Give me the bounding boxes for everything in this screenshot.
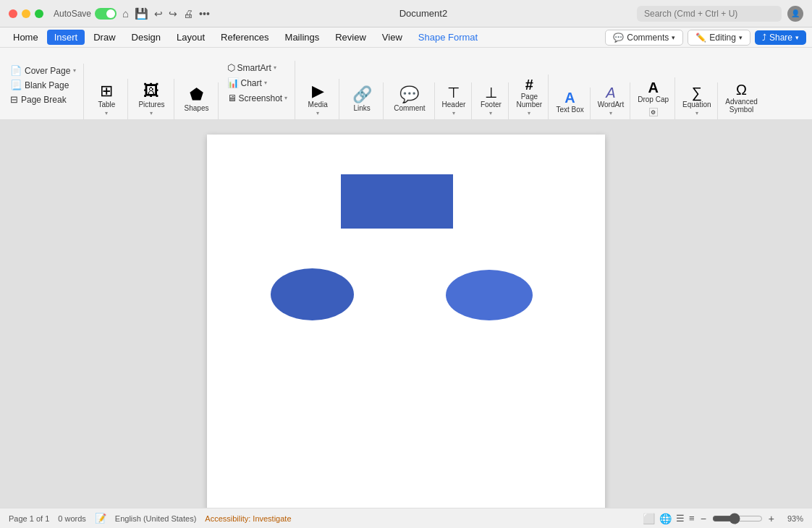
page-number-label: PageNumber bbox=[517, 93, 543, 108]
page-break-label: Page Break bbox=[21, 95, 67, 105]
menubar-item-home[interactable]: Home bbox=[6, 30, 46, 45]
redo-btn[interactable]: ↪ bbox=[169, 8, 177, 20]
share-caret: ▾ bbox=[795, 34, 799, 41]
equation-icon: ∑ bbox=[692, 85, 702, 100]
footer-icon: ⊥ bbox=[485, 85, 497, 100]
media-btn[interactable]: ▶ Media bbox=[301, 79, 334, 113]
search-input[interactable] bbox=[637, 6, 782, 22]
ribbon-group-pictures: 🖼 Pictures ▾ bbox=[130, 79, 174, 119]
document-canvas[interactable] bbox=[207, 135, 605, 508]
screenshot-icon: 🖥 bbox=[227, 93, 237, 103]
undo-btn[interactable]: ↩ bbox=[154, 8, 163, 20]
chart-label: Chart bbox=[241, 78, 262, 88]
web-layout-btn[interactable]: 🌐 bbox=[659, 513, 672, 524]
ribbon-group-equation: ∑ Equation ▾ bbox=[677, 82, 717, 119]
share-label: Share bbox=[769, 33, 792, 43]
shape-ellipse-left[interactable] bbox=[271, 268, 354, 320]
cover-page-btn[interactable]: 📄 Cover Page ▾ bbox=[7, 64, 79, 77]
editing-btn[interactable]: ✏️ Editing ▾ bbox=[688, 30, 750, 46]
screenshot-label: Screenshot bbox=[239, 93, 283, 103]
dropcap-icon: A bbox=[648, 80, 658, 95]
chart-icon: 📊 bbox=[227, 77, 239, 88]
share-btn[interactable]: ⤴ Share ▾ bbox=[755, 30, 806, 45]
blank-page-icon: 📃 bbox=[10, 80, 22, 90]
autosave-toggle[interactable] bbox=[95, 8, 117, 20]
menubar-item-references[interactable]: References bbox=[213, 30, 276, 45]
equation-btn[interactable]: ∑ Equation bbox=[680, 82, 714, 111]
ribbon-group-smart: ⬡ SmartArt ▾ 📊 Chart ▾ 🖥 Screenshot ▾ bbox=[220, 61, 296, 119]
menubar-item-design[interactable]: Design bbox=[124, 30, 168, 45]
menubar-item-layout[interactable]: Layout bbox=[169, 30, 212, 45]
page-info: Page 1 of 1 bbox=[9, 514, 49, 523]
pictures-label: Pictures bbox=[138, 101, 164, 108]
maximize-button[interactable] bbox=[35, 9, 43, 18]
statusbar-right: ⬜ 🌐 ☰ ≡ − + 93% bbox=[643, 513, 803, 524]
pictures-btn[interactable]: 🖼 Pictures bbox=[134, 79, 169, 113]
outline-btn[interactable]: ☰ bbox=[676, 513, 685, 524]
textbox-label: Text Box bbox=[556, 106, 583, 114]
shapes-label: Shapes bbox=[185, 104, 209, 112]
table-btn[interactable]: ⊞ Table bbox=[90, 79, 123, 113]
read-mode-btn[interactable]: ≡ bbox=[689, 513, 695, 524]
comment-ribbon-btn[interactable]: 💬 Comment bbox=[389, 82, 429, 116]
page-break-btn[interactable]: ⊟ Page Break bbox=[7, 93, 79, 106]
editing-label: Editing bbox=[709, 33, 736, 43]
page-number-btn[interactable]: # PageNumber bbox=[513, 74, 545, 111]
menubar-item-mailings[interactable]: Mailings bbox=[278, 30, 327, 45]
print-btn[interactable]: 🖨 bbox=[183, 8, 193, 20]
save-btn[interactable]: 💾 bbox=[135, 7, 148, 20]
ribbon-group-wordart: A WordArt ▾ bbox=[592, 82, 631, 119]
comment-icon: 💬 bbox=[613, 33, 624, 43]
blank-page-btn[interactable]: 📃 Blank Page bbox=[7, 78, 79, 92]
menubar-item-insert[interactable]: Insert bbox=[47, 30, 85, 45]
ribbon-group-footer: ⊥ Footer ▾ bbox=[473, 82, 509, 119]
zoom-slider[interactable] bbox=[712, 513, 763, 524]
screenshot-caret: ▾ bbox=[284, 95, 287, 101]
table-caret: ▾ bbox=[105, 110, 108, 116]
menubar-item-view[interactable]: View bbox=[375, 30, 410, 45]
ribbon-group-pages: 📄 Cover Page ▾ 📃 Blank Page ⊟ Page Break bbox=[3, 64, 84, 119]
footer-btn[interactable]: ⊥ Footer bbox=[476, 82, 505, 111]
menubar-item-draw[interactable]: Draw bbox=[86, 30, 122, 45]
shapes-btn[interactable]: ⬟ Shapes bbox=[180, 82, 213, 116]
print-layout-btn[interactable]: ⬜ bbox=[643, 513, 655, 524]
more-btn[interactable]: ••• bbox=[199, 8, 210, 20]
media-caret: ▾ bbox=[316, 110, 319, 116]
minimize-button[interactable] bbox=[22, 9, 30, 18]
cover-page-caret: ▾ bbox=[73, 67, 76, 74]
links-btn[interactable]: 🔗 Links bbox=[345, 82, 378, 116]
ribbon: 📄 Cover Page ▾ 📃 Blank Page ⊟ Page Break… bbox=[0, 48, 812, 120]
pictures-caret: ▾ bbox=[150, 110, 153, 116]
track-changes-btn[interactable]: 📝 bbox=[95, 513, 106, 524]
ribbon-group-table: ⊞ Table ▾ bbox=[85, 79, 128, 119]
zoom-plus-btn[interactable]: + bbox=[767, 513, 776, 524]
menubar-item-review[interactable]: Review bbox=[328, 30, 373, 45]
profile-avatar[interactable]: 👤 bbox=[787, 6, 803, 22]
cover-page-label: Cover Page bbox=[25, 66, 70, 76]
traffic-lights bbox=[9, 9, 43, 18]
close-button[interactable] bbox=[9, 9, 17, 18]
ribbon-group-page-number: # PageNumber ▾ bbox=[510, 74, 549, 119]
comment-ribbon-icon: 💬 bbox=[399, 87, 419, 103]
textbox-btn[interactable]: A Text Box bbox=[553, 88, 586, 116]
ribbon-group-links: 🔗 Links bbox=[341, 82, 384, 119]
menubar-item-shape-format[interactable]: Shape Format bbox=[411, 30, 485, 45]
home-icon-btn[interactable]: ⌂ bbox=[122, 7, 129, 20]
shape-rectangle[interactable] bbox=[341, 174, 453, 229]
pictures-icon: 🖼 bbox=[143, 83, 159, 99]
wordart-icon: A bbox=[606, 85, 615, 100]
symbol-btn[interactable]: Ω AdvancedSymbol bbox=[722, 80, 761, 116]
wordart-btn[interactable]: A WordArt bbox=[595, 82, 627, 111]
comment-ribbon-label: Comment bbox=[394, 104, 425, 112]
dropcap-btn[interactable]: A Drop Cap bbox=[635, 77, 672, 106]
zoom-minus-btn[interactable]: − bbox=[699, 513, 708, 524]
titlebar-center: Document2 bbox=[216, 8, 631, 19]
header-btn[interactable]: ⊤ Header bbox=[439, 82, 469, 111]
zoom-level: 93% bbox=[780, 514, 803, 523]
screenshot-btn[interactable]: 🖥 Screenshot ▾ bbox=[224, 91, 291, 105]
smartart-btn[interactable]: ⬡ SmartArt ▾ bbox=[224, 61, 291, 74]
shape-ellipse-right[interactable] bbox=[446, 270, 533, 320]
wordart-label: WordArt bbox=[598, 101, 625, 108]
comments-btn[interactable]: 💬 Comments ▾ bbox=[605, 30, 683, 46]
chart-btn[interactable]: 📊 Chart ▾ bbox=[224, 76, 291, 90]
